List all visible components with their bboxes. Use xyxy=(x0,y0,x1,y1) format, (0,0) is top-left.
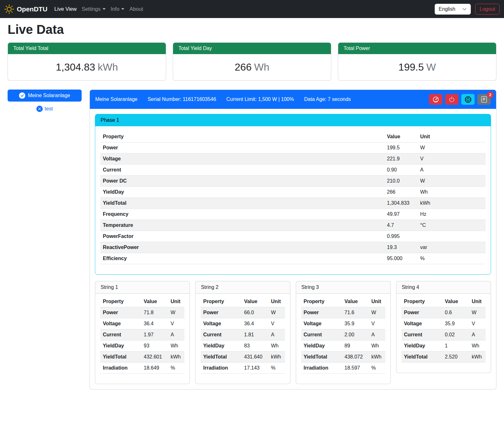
unit-cell: V xyxy=(269,318,285,329)
sun-icon xyxy=(4,4,14,14)
inverter-card-body: Phase 1 Property Value Unit xyxy=(90,109,496,389)
column-unit: Unit xyxy=(269,296,285,307)
value-cell: 36.4 xyxy=(141,318,168,329)
table-row: Voltage 35.9 V xyxy=(301,318,385,329)
property-cell: Irradiation xyxy=(100,363,141,374)
value-cell: 71.8 xyxy=(141,307,168,318)
unit-cell: A xyxy=(369,329,385,340)
power-icon xyxy=(449,96,455,103)
property-cell: YieldTotal xyxy=(401,352,442,363)
table-row: YieldDay 266 Wh xyxy=(100,187,486,198)
inverter-serial: Serial Number: 116171603546 xyxy=(147,97,216,102)
property-cell: Irradiation xyxy=(301,363,342,374)
nav-item-info-label: Info xyxy=(111,6,120,12)
property-cell: Power xyxy=(301,307,342,318)
speedometer-icon xyxy=(432,96,439,103)
total-yield-day-value: 266 xyxy=(235,61,252,73)
value-cell: 35.9 xyxy=(342,318,369,329)
table-row: Temperature 4.7 °C xyxy=(100,220,486,231)
table-row: Power 71.8 W xyxy=(100,307,184,318)
brand[interactable]: OpenDTU xyxy=(4,4,47,14)
unit-cell: kWh xyxy=(469,352,486,363)
unit-cell: % xyxy=(418,253,486,264)
value-cell: 89 xyxy=(342,340,369,352)
property-cell: Voltage xyxy=(301,318,342,329)
column-property: Property xyxy=(201,296,241,307)
inverter-selected-label: Meine Solaranlage xyxy=(28,93,70,98)
property-cell: Irradiation xyxy=(201,363,241,374)
property-cell: Voltage xyxy=(201,318,241,329)
chevron-down-icon xyxy=(121,8,124,10)
journal-text-icon xyxy=(481,96,487,103)
unit-cell: °C xyxy=(418,220,486,231)
card-total-yield-total: Total Yield Total 1,304.83kWh xyxy=(8,42,166,81)
unit-cell: Wh xyxy=(418,187,486,198)
unit-cell: kWh xyxy=(168,352,184,363)
language-select[interactable]: English xyxy=(435,4,471,15)
table-row: YieldTotal 2.520 kWh xyxy=(401,352,486,363)
property-cell: YieldDay xyxy=(100,340,141,352)
table-row: YieldDay 89 Wh xyxy=(301,340,385,352)
value-cell: 2.520 xyxy=(442,352,469,363)
table-row: Efficiency 95.000 % xyxy=(100,253,486,264)
limit-settings-button[interactable] xyxy=(429,94,442,105)
page-title: Live Data xyxy=(8,22,496,37)
nav-item-about[interactable]: About xyxy=(129,6,143,12)
string-table: Property Value Unit xyxy=(100,296,184,374)
inverter-selected-button[interactable]: Meine Solaranlage xyxy=(8,90,82,102)
unit-cell: W xyxy=(418,176,486,187)
property-cell: Current xyxy=(100,329,141,340)
property-cell: Frequency xyxy=(100,209,384,220)
value-cell: 0.90 xyxy=(384,165,418,176)
table-row: Power 66.0 W xyxy=(201,307,285,318)
table-header-row: Property Value Unit xyxy=(401,296,486,307)
total-power-value: 199.5 xyxy=(398,61,424,73)
nav-item-info[interactable]: Info xyxy=(111,6,125,12)
table-row: Voltage 36.4 V xyxy=(201,318,285,329)
property-cell: Voltage xyxy=(401,318,442,329)
unit-cell: V xyxy=(469,318,486,329)
strings-row: String 1 Property Value Unit xyxy=(95,281,491,384)
string-table: Property Value Unit xyxy=(201,296,285,374)
property-cell: Current xyxy=(201,329,241,340)
table-header-row: Property Value Unit xyxy=(100,131,486,142)
value-cell: 431.640 xyxy=(242,352,269,363)
unit-cell: kWh xyxy=(269,352,285,363)
property-cell: YieldTotal xyxy=(201,352,241,363)
logout-button[interactable]: Logout xyxy=(475,4,500,15)
column-value: Value xyxy=(442,296,469,307)
inverter-item-test[interactable]: test xyxy=(8,106,82,112)
event-log-button[interactable]: 2 xyxy=(477,94,491,105)
table-row: ReactivePower 19.3 var xyxy=(100,242,486,253)
inverter-card: Meine Solaranlage Serial Number: 1161716… xyxy=(90,90,496,389)
value-cell: 66.0 xyxy=(242,307,269,318)
total-yield-day-unit: Wh xyxy=(254,61,269,73)
property-cell: Power xyxy=(401,307,442,318)
power-button[interactable] xyxy=(445,94,458,105)
unit-cell: V xyxy=(418,153,486,165)
property-cell: Power xyxy=(100,307,141,318)
device-info-button[interactable] xyxy=(461,94,475,105)
string-card-title: String 4 xyxy=(396,281,491,294)
nav-item-live-view[interactable]: Live View xyxy=(54,6,77,12)
unit-cell: W xyxy=(369,307,385,318)
table-row: Power 0.6 W xyxy=(401,307,486,318)
value-cell: 0.02 xyxy=(442,329,469,340)
value-cell: 18.649 xyxy=(141,363,168,374)
nav-item-settings[interactable]: Settings xyxy=(82,6,106,12)
unit-cell: W xyxy=(269,307,285,318)
value-cell: 95.000 xyxy=(384,253,418,264)
inverter-actions: 2 xyxy=(429,94,491,105)
property-cell: Voltage xyxy=(100,153,384,165)
table-row: Voltage 35.9 V xyxy=(401,318,486,329)
column-unit: Unit xyxy=(469,296,486,307)
property-cell: Temperature xyxy=(100,220,384,231)
string-card: String 2 Property Value Unit xyxy=(195,281,290,384)
table-row: YieldDay 83 Wh xyxy=(201,340,285,352)
unit-cell: A xyxy=(269,329,285,340)
inverter-limit: Current Limit: 1,500 W | 100% xyxy=(226,97,294,102)
table-row: Irradiation 17.143 % xyxy=(201,363,285,374)
phase-panel-title: Phase 1 xyxy=(95,114,491,126)
property-cell: YieldTotal xyxy=(100,352,141,363)
column-unit: Unit xyxy=(168,296,184,307)
